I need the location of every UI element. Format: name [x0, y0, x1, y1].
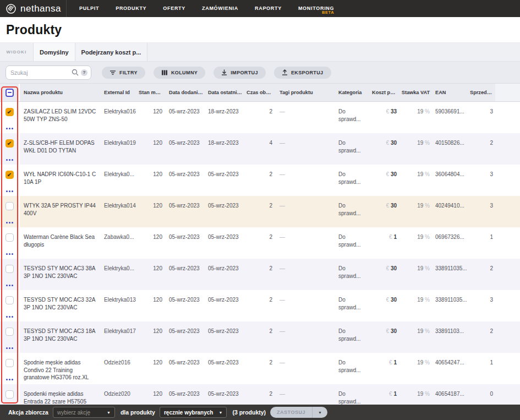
cell-category: Do sprawd...	[336, 196, 370, 227]
cell-external-id: Zabawka0...	[101, 227, 136, 259]
header-nazwa-produktu[interactable]: Nazwa produktu	[20, 84, 101, 101]
nav-item-monitoring-wrap: MONITORING BETA	[290, 0, 342, 17]
columns-button[interactable]: KOLUMNY	[154, 67, 205, 79]
row-menu-icon[interactable]	[5, 252, 14, 256]
table-row[interactable]: ✔ WTYK 32A 5P PROSTY IP44 400V Elektryka…	[0, 196, 520, 227]
cell-vat: 19 %	[398, 165, 431, 196]
columns-button-label: KOLUMNY	[171, 70, 198, 75]
tab-podejrzany-koszt[interactable]: Podejrzany koszt p...	[75, 43, 148, 61]
header-external-id[interactable]: External Id	[101, 84, 136, 101]
header-tagi-produktu[interactable]: Tagi produktu	[275, 84, 336, 101]
row-select-cell: ✔	[0, 133, 20, 165]
tab-label: Domyślny	[40, 49, 69, 56]
cell-sales: 2	[468, 259, 495, 290]
table-row[interactable]: ✔ WYŁ NADPR IC60N-C10-1 C 10A 1P Elektry…	[0, 165, 520, 196]
row-checkbox[interactable]: ✔	[6, 233, 14, 242]
cell-cost: € 30	[370, 165, 398, 196]
row-checkbox[interactable]: ✔	[6, 359, 14, 367]
row-checkbox[interactable]: ✔	[6, 265, 14, 273]
header-ean[interactable]: EAN	[431, 84, 468, 101]
cell-vat: 19 %	[398, 290, 431, 321]
logo-icon	[6, 3, 17, 14]
table-row[interactable]: ✔ TESYSD STY MOC AC3 32A 3P 1NO 1NC 230V…	[0, 290, 520, 321]
select-all-cell	[0, 84, 20, 101]
nav-item-pulpit[interactable]: PULPIT	[71, 0, 107, 17]
help-icon[interactable]: ?	[81, 69, 87, 76]
row-checkbox[interactable]: ✔	[6, 171, 14, 179]
export-button[interactable]: EKSPORTUJ	[274, 67, 331, 79]
cell-category: Do sprawd...	[336, 321, 370, 353]
select-all-checkbox[interactable]	[6, 89, 14, 97]
cell-filler	[495, 227, 520, 259]
nav-item-zamowienia[interactable]: ZAMÓWIENIA	[194, 0, 247, 17]
tab-domyslny[interactable]: Domyślny	[33, 43, 75, 61]
import-button[interactable]: IMPORTUJ	[214, 67, 266, 79]
row-menu-icon[interactable]	[5, 189, 14, 193]
bulk-action-select[interactable]: wybierz akcję ▼	[53, 407, 115, 418]
table-row[interactable]: ✔ TESYSD STY MOC AC3 18A 3P 1NO 1NC 230V…	[0, 321, 520, 353]
table-row[interactable]: ✔ Z-SLS/CB-HF ELEM DOPAS WKŁ D01 DO TYTA…	[0, 133, 520, 165]
row-menu-icon[interactable]	[5, 378, 14, 381]
cell-date-modified: 05-wrz-2023	[206, 196, 244, 227]
row-checkbox[interactable]: ✔	[6, 296, 14, 304]
cell-cost: € 1	[370, 353, 398, 384]
nethansa-logo[interactable]: nethansa	[0, 0, 66, 17]
cell-sales: 2	[468, 321, 495, 353]
cell-cost: € 30	[370, 196, 398, 227]
row-menu-icon[interactable]	[5, 221, 14, 225]
search-input[interactable]	[6, 69, 72, 76]
row-menu-icon[interactable]	[5, 315, 14, 319]
row-checkbox[interactable]: ✔	[6, 108, 14, 116]
cell-date-modified: 18-wrz-2023	[206, 133, 244, 165]
nav-item-monitoring[interactable]: MONITORING	[290, 6, 342, 11]
cell-vat: 19 %	[398, 321, 431, 353]
cell-stock: 120	[136, 133, 164, 165]
row-select-cell: ✔	[0, 227, 20, 259]
cell-external-id: Elektryka014	[101, 196, 136, 227]
row-checkbox[interactable]: ✔	[6, 328, 14, 336]
import-button-label: IMPORTUJ	[231, 70, 258, 75]
chevron-down-icon[interactable]: ▼	[313, 411, 327, 414]
row-menu-icon[interactable]	[5, 346, 14, 350]
header-kategoria[interactable]: Kategoria	[336, 84, 370, 101]
cell-date-added: 05-wrz-2023	[164, 133, 206, 165]
header-koszt-produktu[interactable]: Koszt pro...	[370, 84, 398, 101]
header-stawka-vat[interactable]: Stawka VAT	[398, 84, 431, 101]
row-menu-icon[interactable]	[5, 127, 14, 130]
filters-button[interactable]: FILTRY	[102, 67, 145, 79]
apply-button[interactable]: ZASTOSUJ ▼	[270, 407, 327, 418]
cell-date-added: 05-wrz-2023	[164, 290, 206, 321]
header-data-dodania[interactable]: Data dodania...	[164, 84, 206, 101]
header-stan-magazynowy[interactable]: Stan mag...	[136, 84, 164, 101]
cell-filler	[495, 290, 520, 321]
row-checkbox[interactable]: ✔	[6, 139, 14, 148]
row-menu-icon[interactable]	[5, 158, 14, 162]
nav-item-raporty[interactable]: RAPORTY	[247, 0, 290, 17]
cell-external-id: Elektryka013	[101, 290, 136, 321]
row-checkbox[interactable]: ✔	[6, 202, 14, 210]
cell-vat: 19 %	[398, 133, 431, 165]
table-row[interactable]: ✔ ZASILACZ LED SLIM 12VDC 50W TYP ZNS-50…	[0, 102, 520, 133]
cell-product-name: TESYSD STY MOC AC3 32A 3P 1NO 1NC 230VAC	[20, 290, 101, 321]
cell-category: Do sprawd...	[336, 290, 370, 321]
nav-item-oferty[interactable]: OFERTY	[155, 0, 194, 17]
bulk-scope-select[interactable]: ręcznie wybranych ▼	[160, 407, 227, 418]
bulk-action-bar: Akcja zbiorcza wybierz akcję ▼ dla produ…	[0, 405, 520, 420]
cell-sales: 3	[468, 165, 495, 196]
bulk-action-label: Akcja zbiorcza	[8, 409, 48, 416]
row-menu-icon[interactable]	[5, 283, 14, 287]
table-row[interactable]: ✔ Spodnie męskie adidas Condivo 22 Train…	[0, 353, 520, 384]
header-sprzedaz[interactable]: Sprzedaż ...	[468, 84, 495, 101]
cell-stock: 120	[136, 321, 164, 353]
cell-handling-time: 2	[244, 102, 275, 133]
header-data-ostatniej[interactable]: Data ostatnie...	[206, 84, 244, 101]
row-checkbox[interactable]: ✔	[6, 390, 14, 399]
row-select-cell: ✔	[0, 259, 20, 290]
table-row[interactable]: ✔ Waterman Carène Black Sea długopis Zab…	[0, 227, 520, 259]
cell-tags: —	[275, 133, 336, 165]
cell-date-added: 05-wrz-2023	[164, 259, 206, 290]
cell-product-name: TESYSD STY MOC AC3 18A 3P 1NO 1NC 230VAC	[20, 321, 101, 353]
table-row[interactable]: ✔ TESYSD STY MOC AC3 38A 3P 1NO 1NC 230V…	[0, 259, 520, 290]
nav-item-produkty[interactable]: PRODUKTY	[107, 0, 155, 17]
header-czas-obslugi[interactable]: Czas obsł...	[244, 84, 275, 101]
